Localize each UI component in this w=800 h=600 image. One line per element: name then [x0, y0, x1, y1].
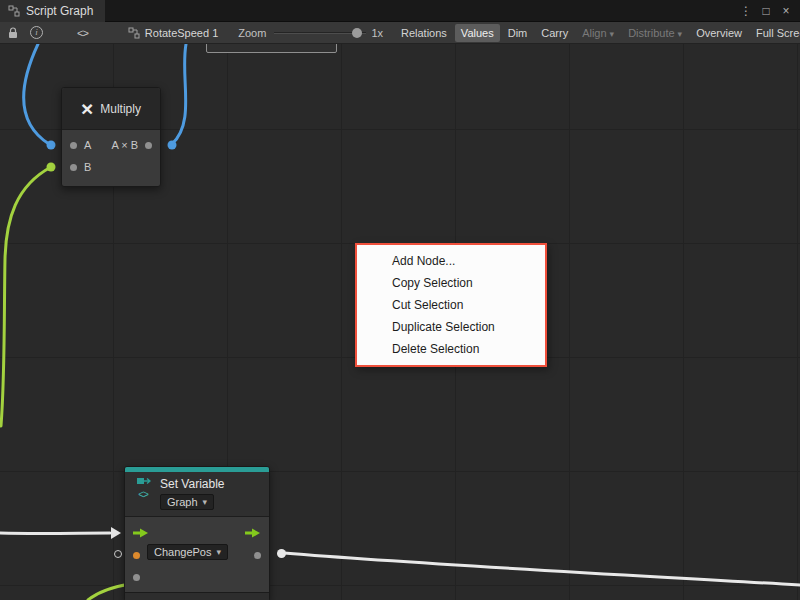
variable-value-port[interactable] [133, 552, 140, 559]
multiply-node-title: Multiply [100, 102, 141, 116]
menu-item-copy-selection[interactable]: Copy Selection [357, 272, 545, 294]
port-a-label: A [84, 139, 91, 151]
overview-button[interactable]: Overview [690, 24, 748, 42]
script-graph-icon [8, 5, 20, 17]
flow-out-arrow-icon[interactable] [245, 527, 261, 539]
unconnected-port-circle[interactable] [114, 550, 122, 558]
input-port-row [125, 566, 269, 588]
wire-blue-output [172, 44, 186, 144]
values-button[interactable]: Values [455, 24, 500, 42]
pane-menu-icon[interactable]: ⋮ [736, 4, 756, 18]
menu-item-duplicate-selection[interactable]: Duplicate Selection [357, 316, 545, 338]
node-set-variable[interactable]: <> Set Variable Graph ▾ [124, 466, 270, 600]
window-titlebar: Script Graph ⋮ □ × [0, 0, 800, 22]
graph-toolbar: i <> RotateSpeed 1 Zoom 1x Relations Val… [0, 22, 800, 44]
input-value-port[interactable] [133, 574, 140, 581]
align-button[interactable]: Align▾ [576, 24, 620, 42]
port-b-input[interactable] [70, 164, 77, 171]
clipped-node[interactable] [206, 44, 337, 53]
port-row-a: A A × B [62, 134, 160, 156]
set-variable-icon [136, 477, 151, 489]
fullscreen-button[interactable]: Full Screen [750, 24, 800, 42]
wire-endpoint-blue [168, 141, 177, 150]
multiply-node-header: × Multiply [62, 88, 160, 130]
wire-endpoint-green [47, 163, 56, 172]
multiply-icon: × [81, 98, 93, 119]
menu-item-cut-selection[interactable]: Cut Selection [357, 294, 545, 316]
wire-white-value-out [284, 553, 800, 585]
value-output-port[interactable] [254, 552, 261, 559]
node-multiply[interactable]: × Multiply A A × B B [61, 87, 161, 187]
chevron-down-icon: ▾ [610, 29, 615, 39]
carry-button[interactable]: Carry [535, 24, 574, 42]
chevron-down-icon: ▾ [678, 29, 683, 39]
flow-port-row [125, 522, 269, 544]
set-variable-footer [125, 592, 269, 600]
maximize-icon[interactable]: □ [756, 4, 776, 18]
zoom-slider-thumb[interactable] [352, 28, 362, 38]
port-result-output[interactable] [145, 142, 152, 149]
flow-in-arrow-icon[interactable] [133, 527, 149, 539]
graph-name-label: RotateSpeed 1 [145, 27, 218, 39]
graph-breadcrumb[interactable]: RotateSpeed 1 [128, 27, 218, 39]
tab-script-graph[interactable]: Script Graph [0, 0, 105, 22]
chevron-down-icon: ▾ [217, 547, 222, 557]
set-variable-header: <> Set Variable Graph ▾ [125, 472, 269, 517]
zoom-value: 1x [371, 27, 383, 39]
port-result-label: A × B [111, 139, 138, 151]
value-wire-endpoint-circle[interactable] [277, 549, 286, 558]
port-b-label: B [84, 161, 91, 173]
code-icon[interactable]: <> [77, 27, 88, 39]
wire-green-left [1, 167, 51, 426]
flow-wire-endpoint-arrow[interactable] [111, 527, 121, 539]
distribute-button[interactable]: Distribute▾ [622, 24, 688, 42]
chevron-down-icon: ▾ [203, 497, 208, 507]
variable-name-dropdown[interactable]: ChangePos ▾ [147, 544, 228, 560]
port-row-b: B [62, 156, 160, 178]
close-icon[interactable]: × [776, 4, 796, 18]
window-controls: ⋮ □ × [736, 4, 800, 18]
value-port-row: ChangePos ▾ [125, 544, 269, 566]
dim-button[interactable]: Dim [502, 24, 534, 42]
lock-icon[interactable] [6, 26, 20, 40]
set-variable-title: Set Variable [160, 477, 224, 491]
wire-blue-input [24, 44, 49, 144]
menu-item-add-node[interactable]: Add Node... [357, 250, 545, 272]
variable-scope-dropdown[interactable]: Graph ▾ [160, 494, 214, 510]
port-a-input[interactable] [70, 142, 77, 149]
wire-endpoint-blue [47, 141, 56, 150]
relations-button[interactable]: Relations [395, 24, 453, 42]
context-menu: Add Node... Copy Selection Cut Selection… [355, 243, 547, 367]
set-variable-body: ChangePos ▾ [125, 517, 269, 588]
menu-item-delete-selection[interactable]: Delete Selection [357, 338, 545, 360]
code-icon: <> [138, 490, 148, 500]
zoom-slider[interactable] [274, 26, 366, 40]
info-icon[interactable]: i [30, 26, 43, 39]
script-graph-icon [128, 27, 140, 39]
tab-title: Script Graph [26, 4, 93, 18]
zoom-label: Zoom [238, 27, 266, 39]
multiply-node-body: A A × B B [62, 130, 160, 186]
